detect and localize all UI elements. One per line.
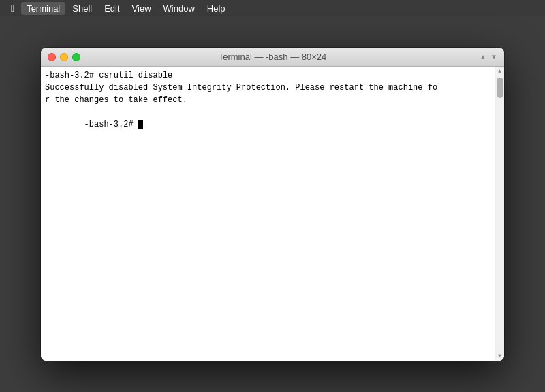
minimize-button[interactable]	[60, 53, 68, 61]
titlebar-right: ▲ ▼	[478, 52, 499, 62]
menu-shell[interactable]: Shell	[67, 2, 97, 15]
maximize-button[interactable]	[72, 53, 80, 61]
terminal-window: Terminal — -bash — 80×24 ▲ ▼ -bash-3.2# …	[41, 48, 504, 361]
menu-view[interactable]: View	[127, 2, 157, 15]
scrollbar-thumb[interactable]	[497, 78, 503, 98]
terminal-prompt: -bash-3.2#	[84, 120, 138, 129]
menu-help[interactable]: Help	[202, 2, 231, 15]
menu-window[interactable]: Window	[158, 2, 200, 15]
scrollbar-up-arrow[interactable]: ▲	[495, 67, 505, 76]
titlebar: Terminal — -bash — 80×24 ▲ ▼	[41, 48, 504, 67]
scroll-up-icon[interactable]: ▲	[478, 52, 488, 62]
terminal-content[interactable]: -bash-3.2# csrutil disable Successfully …	[41, 67, 504, 361]
terminal-cursor	[138, 120, 143, 129]
window-title: Terminal — -bash — 80×24	[219, 52, 327, 62]
menu-edit[interactable]: Edit	[99, 2, 125, 15]
scroll-down-icon[interactable]: ▼	[489, 52, 499, 62]
apple-menu[interactable]: 	[5, 3, 20, 14]
terminal-line-1: -bash-3.2# csrutil disable	[45, 69, 500, 82]
close-button[interactable]	[48, 53, 56, 61]
desktop: Terminal — -bash — 80×24 ▲ ▼ -bash-3.2# …	[0, 16, 545, 392]
menu-terminal[interactable]: Terminal	[21, 2, 65, 15]
traffic-lights	[48, 53, 80, 61]
menubar:  Terminal Shell Edit View Window Help	[0, 0, 545, 16]
terminal-line-2: Successfully disabled System Integrity P…	[45, 82, 500, 94]
terminal-line-4: -bash-3.2#	[45, 106, 500, 143]
terminal-line-3: r the changes to take effect.	[45, 94, 500, 106]
scrollbar-down-arrow[interactable]: ▼	[495, 351, 505, 361]
scrollbar[interactable]: ▲ ▼	[495, 67, 504, 361]
